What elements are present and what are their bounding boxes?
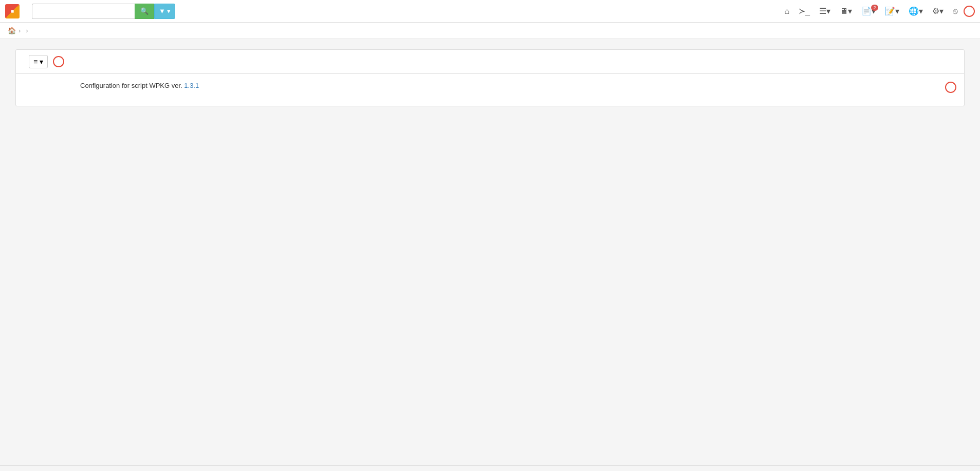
preview-type-value: Configuration for script WPKG ver. 1.3.1 <box>80 82 199 93</box>
doc2-chevron: ▾ <box>895 6 899 16</box>
preview-panel: ≡ ▾ Configuration for script WPKG ver. 1… <box>15 49 965 106</box>
monitor-icon: 🖥 <box>840 7 848 16</box>
doc-badge-nav-button[interactable]: 📄 ▾ 2 <box>858 4 879 18</box>
terminal-nav-button[interactable]: ≻_ <box>795 4 813 18</box>
gear-icon: ⚙ <box>932 6 939 16</box>
doc-badge: 2 <box>871 5 878 11</box>
list-icon: ☰ <box>819 6 826 16</box>
settings-nav-button[interactable]: ⚙ ▾ <box>929 4 947 18</box>
globe-chevron: ▾ <box>919 6 923 16</box>
doc-icon: 📄 <box>861 6 872 16</box>
list-nav-button[interactable]: ☰ ▾ <box>816 4 834 18</box>
home-nav-button[interactable]: ⌂ <box>781 4 793 18</box>
doc2-icon: 📝 <box>885 6 895 16</box>
data-circle-num <box>945 82 956 93</box>
search-container: 🔍 ▼ <box>32 4 175 19</box>
brand-icon: ■ <box>5 4 20 18</box>
settings-chevron: ▾ <box>939 6 944 16</box>
breadcrumb: 🏠 › › <box>8 27 31 34</box>
logout-icon: ⎋ <box>953 7 958 16</box>
filter-icon: ▼ <box>159 7 165 15</box>
preview-type-label <box>24 82 75 93</box>
doc2-nav-button[interactable]: 📝 ▾ <box>881 4 903 18</box>
version-value: 1.3.1 <box>184 82 199 89</box>
filter-chevron <box>167 7 171 15</box>
monitor-chevron: ▾ <box>848 6 852 16</box>
menu-icon: ≡ <box>33 58 38 66</box>
filter-button[interactable]: ▼ <box>154 4 175 19</box>
panel-body: Configuration for script WPKG ver. 1.3.1 <box>16 74 964 106</box>
panel-heading: ≡ ▾ <box>16 50 964 74</box>
panel-menu-button[interactable]: ≡ ▾ <box>29 55 48 68</box>
globe-icon: 🌐 <box>909 6 919 16</box>
list-chevron: ▾ <box>826 6 830 16</box>
monitor-nav-button[interactable]: 🖥 ▾ <box>836 4 856 18</box>
brand: ■ <box>5 4 23 18</box>
data-label <box>24 97 75 98</box>
navbar: ■ 🔍 ▼ ⌂ ≻_ ☰ ▾ 🖥 ▾ 📄 ▾ 2 📝 <box>0 0 980 23</box>
panel-circle-num <box>53 56 64 67</box>
breadcrumb-sep1: › <box>19 27 21 34</box>
home-icon: ⌂ <box>784 7 789 16</box>
notification-badge <box>964 6 975 17</box>
search-input[interactable] <box>32 4 135 19</box>
preview-type-row: Configuration for script WPKG ver. 1.3.1 <box>24 82 956 93</box>
breadcrumb-bar: 🏠 › › <box>0 23 980 39</box>
nav-icons: ⌂ ≻_ ☰ ▾ 🖥 ▾ 📄 ▾ 2 📝 ▾ 🌐 ▾ ⚙ ▾ <box>781 4 975 18</box>
data-row <box>24 97 956 98</box>
search-button[interactable]: 🔍 <box>135 4 154 19</box>
globe-nav-button[interactable]: 🌐 ▾ <box>905 4 927 18</box>
terminal-icon: ≻_ <box>799 6 810 16</box>
menu-chevron: ▾ <box>40 58 43 66</box>
main-content: ≡ ▾ Configuration for script WPKG ver. 1… <box>0 39 980 117</box>
breadcrumb-home-link[interactable]: 🏠 <box>8 27 16 34</box>
breadcrumb-sep2: › <box>26 27 28 34</box>
logout-nav-button[interactable]: ⎋ <box>949 4 961 18</box>
